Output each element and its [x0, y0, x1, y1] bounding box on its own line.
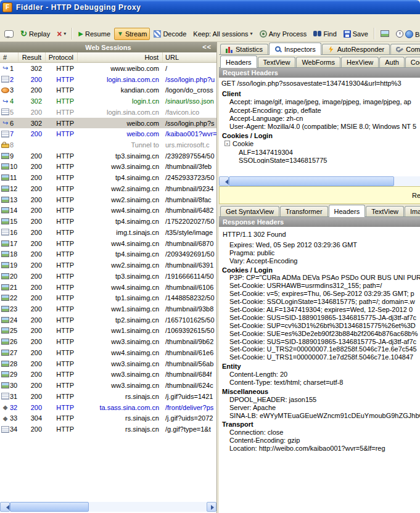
- column-header-number[interactable]: #: [0, 52, 19, 62]
- session-row[interactable]: 3 200 HTTP kandian.com /logon/do_cross: [0, 84, 216, 96]
- session-row[interactable]: 16 200 HTTP img.t.sinajs.cn /t35/style/i…: [0, 227, 216, 238]
- any-process-button[interactable]: Any Process: [257, 28, 310, 40]
- scroll-left-arrow[interactable]: [219, 176, 229, 186]
- inspector-tab[interactable]: Composer: [390, 44, 420, 54]
- response-header-lines: HTTP/1.1 302 FoundExpires: Wed, 05 Sep 2…: [219, 227, 420, 453]
- session-row[interactable]: 18 200 HTTP tp4.sinaimg.cn /2093492691/5…: [0, 248, 216, 260]
- request-headers-bar: Request Headers: [219, 68, 420, 78]
- scroll-thumb[interactable]: [10, 502, 89, 512]
- request-horizontal-scrollbar[interactable]: [219, 176, 420, 186]
- find-button[interactable]: Find: [310, 28, 339, 40]
- session-row[interactable]: 19 200 HTTP ww2.sinaimg.cn /thumbnail/63…: [0, 260, 216, 271]
- session-url: /thumbnail/93b8: [163, 305, 216, 313]
- session-row[interactable]: 15 200 HTTP tp4.sinaimg.cn /1752202027/5…: [0, 216, 216, 227]
- resume-button[interactable]: ▶Resume: [75, 28, 113, 40]
- column-header-url[interactable]: URL: [163, 52, 216, 62]
- session-url: /thumbnail/9234: [163, 185, 216, 192]
- session-row[interactable]: 12 200 HTTP ww2.sinaimg.cn /thumbnail/92…: [0, 183, 216, 194]
- session-row[interactable]: 17 200 HTTP ww4.sinaimg.cn /thumbnail/68…: [0, 238, 216, 249]
- session-row[interactable]: 13 200 HTTP ww2.sinaimg.cn /thumbnail/8f…: [0, 194, 216, 205]
- session-row[interactable]: 28 200 HTTP ww3.sinaimg.cn /thumbnail/56…: [0, 358, 216, 369]
- stream-toggle-button[interactable]: ▼Stream: [114, 28, 150, 40]
- session-url: /1752202027/50: [163, 218, 216, 225]
- session-row[interactable]: 26 200 HTTP ww3.sinaimg.cn /thumbnail/9b…: [0, 336, 216, 347]
- menu-item[interactable]: [59, 19, 69, 22]
- session-row[interactable]: 33 304 HTTP rs.sinajs.cn /j.gif?uids=207…: [0, 413, 216, 424]
- session-row[interactable]: 6 302 HTTP weibo.com /sso/login.php?s: [0, 118, 216, 129]
- menu-item[interactable]: [10, 19, 20, 22]
- session-row[interactable]: 7 200 HTTP weibo.com /kaibao001?wvr=: [0, 128, 216, 139]
- inspector-tab[interactable]: AutoResponder: [322, 44, 390, 54]
- session-row[interactable]: 11 200 HTTP tp4.sinaimg.cn /2452933723/5…: [0, 172, 216, 183]
- session-row[interactable]: 30 200 HTTP ww3.sinaimg.cn /thumbnail/62…: [0, 380, 216, 391]
- session-row[interactable]: 34 200 HTTP rs.sinajs.cn /g.gif?type=1&t: [0, 424, 216, 435]
- request-inspector-tab[interactable]: WebForms: [296, 57, 340, 67]
- session-url: /logon/do_cross: [163, 86, 216, 94]
- menu-item[interactable]: [30, 19, 39, 22]
- session-row[interactable]: 24 200 HTTP tp2.sinaimg.cn /1657101625/5…: [0, 314, 216, 326]
- session-row[interactable]: 23 200 HTTP ww1.sinaimg.cn /thumbnail/93…: [0, 303, 216, 314]
- session-row[interactable]: 1 302 HTTP www.weibo.com /: [0, 63, 216, 74]
- camera-icon: [381, 30, 389, 37]
- web-sessions-title: Web Sessions: [85, 44, 131, 51]
- session-row[interactable]: 10 200 HTTP ww3.sinaimg.cn /thumbnail/3f…: [0, 162, 216, 173]
- decode-button[interactable]: Decode: [150, 28, 189, 40]
- session-row[interactable]: 31 200 HTTP rs.sinajs.cn /j.gif?uids=142…: [0, 391, 216, 402]
- session-row[interactable]: 9 200 HTTP tp3.sinaimg.cn /2392897554/50: [0, 150, 216, 162]
- comment-balloon-button[interactable]: [1, 28, 17, 40]
- session-row[interactable]: 27 200 HTTP ww4.sinaimg.cn /thumbnail/61…: [0, 347, 216, 358]
- session-number-cell: 15: [0, 218, 19, 225]
- session-row[interactable]: 4 302 HTTP login.t.cn /sinaurl/sso.json: [0, 96, 216, 107]
- response-inspector-tab[interactable]: TextView: [366, 206, 404, 216]
- column-header-result[interactable]: Result: [19, 52, 46, 62]
- save-button[interactable]: Save: [340, 28, 371, 40]
- response-inspector-tab[interactable]: ImageView: [405, 206, 420, 216]
- session-type-icon: [1, 109, 9, 115]
- collapse-panel-button[interactable]: <<: [202, 43, 212, 51]
- request-inspector-tab[interactable]: Cookies: [405, 57, 420, 67]
- target-icon: [260, 30, 267, 38]
- request-inspector-tab[interactable]: TextView: [258, 57, 296, 67]
- session-row[interactable]: 5 200 HTTP login.sina.com.cn /favicon.ic…: [0, 107, 216, 118]
- session-row[interactable]: 25 200 HTTP ww1.sinaimg.cn /1069392615/5…: [0, 326, 216, 337]
- session-host: ww4.sinaimg.cn: [78, 349, 163, 356]
- session-result: 200: [19, 261, 46, 269]
- request-inspector-tab[interactable]: Headers: [220, 55, 257, 68]
- column-header-protocol[interactable]: Protocol: [46, 52, 78, 62]
- sessions-horizontal-scrollbar[interactable]: [0, 502, 216, 512]
- session-row[interactable]: 21 200 HTTP ww4.sinaimg.cn /thumbnail/61…: [0, 282, 216, 293]
- menu-item[interactable]: [0, 19, 10, 22]
- header-line: SINA-LB: eWYyMTEuaGEueWZncm91cDEuYmoubG9…: [219, 412, 420, 420]
- menu-item[interactable]: [20, 19, 30, 22]
- session-protocol: HTTP: [46, 250, 78, 258]
- request-inspector-tab[interactable]: HexView: [341, 57, 379, 67]
- inspector-tab[interactable]: Statistics: [220, 44, 268, 54]
- scroll-left-arrow[interactable]: [0, 502, 10, 512]
- session-row[interactable]: 2 200 HTTP login.sina.com.cn /sso/login.…: [0, 74, 216, 85]
- inspector-tab[interactable]: Inspectors: [269, 43, 321, 55]
- response-inspector-tab[interactable]: Transformer: [280, 206, 328, 216]
- response-inspector-tab[interactable]: Get SyntaxView: [220, 206, 279, 216]
- session-row[interactable]: 14 200 HTTP ww4.sinaimg.cn /thumbnail/64…: [0, 205, 216, 216]
- browse-button[interactable]: Browse: [402, 28, 420, 41]
- scroll-right-arrow[interactable]: [207, 502, 216, 512]
- session-protocol: HTTP: [46, 218, 78, 225]
- remove-sessions-button[interactable]: ×▾: [54, 28, 69, 40]
- header-line[interactable]: Cookie: [219, 140, 420, 148]
- response-inspector-tab[interactable]: Headers: [329, 205, 366, 217]
- column-header-host[interactable]: Host: [78, 52, 163, 62]
- screenshot-button[interactable]: [377, 28, 392, 39]
- session-result: 200: [19, 174, 46, 181]
- replay-button[interactable]: ↻Replay: [17, 28, 53, 40]
- session-row[interactable]: 20 200 HTTP tp3.sinaimg.cn /1916666114/5…: [0, 271, 216, 282]
- menu-item[interactable]: [39, 19, 49, 22]
- scroll-thumb[interactable]: [229, 176, 394, 186]
- keep-sessions-dropdown[interactable]: Keep: All sessions▾: [190, 28, 255, 40]
- request-inspector-tab[interactable]: Auth: [379, 57, 405, 67]
- session-row[interactable]: 8 Tunnel to urs.microsoft.c: [0, 139, 216, 150]
- session-row[interactable]: 29 200 HTTP ww3.sinaimg.cn /thumbnail/68…: [0, 369, 216, 380]
- response-encoded-notice[interactable]: Response is encoded and may require deco…: [219, 186, 420, 204]
- session-row[interactable]: 32 200 HTTP ta.sass.sina.com.cn /front/d…: [0, 402, 216, 413]
- menu-item[interactable]: [49, 19, 59, 22]
- session-row[interactable]: 22 200 HTTP tp1.sinaimg.cn /1448858232/5…: [0, 292, 216, 303]
